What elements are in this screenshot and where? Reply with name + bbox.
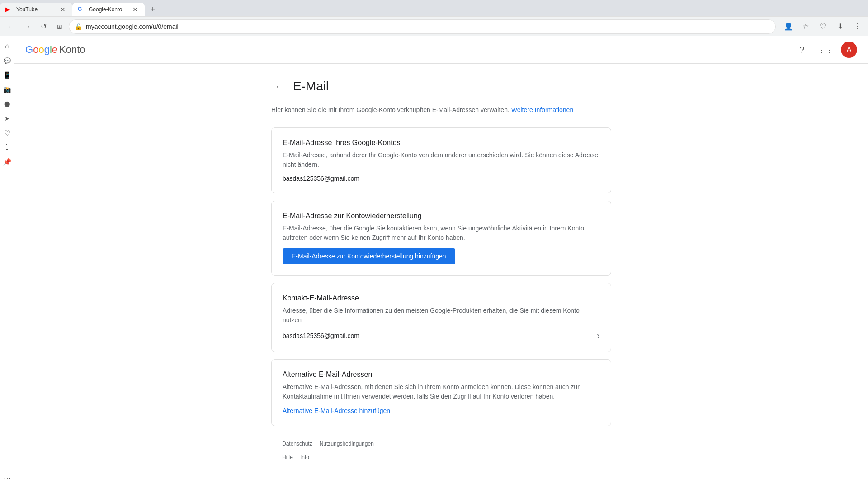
primary-email-desc: E-Mail-Adresse, anhand derer Ihr Google-…: [283, 150, 600, 169]
download-icon[interactable]: ⬇: [833, 19, 847, 34]
recovery-email-desc: E-Mail-Adresse, über die Google Sie kont…: [283, 224, 600, 243]
contact-email-desc: Adresse, über die Sie Informationen zu d…: [283, 306, 600, 325]
datenschutz-link[interactable]: Datenschutz: [282, 441, 312, 447]
page-title: E-Mail: [293, 79, 329, 94]
reload-button[interactable]: ↺: [36, 19, 51, 34]
tab-google-konto[interactable]: G Google-Konto ✕: [72, 3, 145, 16]
youtube-favicon: ▶: [5, 6, 13, 13]
footer-bottom: Hilfe Info: [271, 454, 611, 468]
tab-youtube[interactable]: ▶ YouTube ✕: [0, 3, 72, 16]
tab-google-title: Google-Konto: [89, 6, 127, 13]
primary-email-value: basdas125356@gmail.com: [283, 175, 600, 182]
more-sidebar-button[interactable]: ⋯: [1, 472, 14, 484]
whatsapp-icon[interactable]: 📱: [1, 69, 14, 81]
main-content: Google Konto ? ⋮⋮ A ← E-Mail Hier können…: [14, 36, 868, 488]
browser-menu-button[interactable]: ⋮: [850, 19, 864, 34]
primary-email-card: E-Mail-Adresse Ihres Google-Kontos E-Mai…: [271, 127, 611, 193]
google-text: Google: [25, 44, 57, 56]
info-link[interactable]: Info: [300, 454, 309, 460]
sidebar: ⌂ 💬 📱 📸 ⬤ ➤ ♡ ⏱ 📌 ⋯: [0, 36, 14, 488]
back-nav-button[interactable]: ←: [4, 19, 18, 34]
more-info-link[interactable]: Weitere Informationen: [511, 106, 573, 113]
tab-youtube-close[interactable]: ✕: [59, 5, 67, 14]
primary-email-title: E-Mail-Adresse Ihres Google-Kontos: [283, 139, 600, 147]
page-description: Hier können Sie die mit Ihrem Google-Kon…: [271, 105, 611, 115]
nutzungsbedingungen-link[interactable]: Nutzungsbedingungen: [320, 441, 374, 447]
contact-email-title: Kontakt-E-Mail-Adresse: [283, 294, 600, 302]
history-icon[interactable]: ⏱: [1, 141, 14, 154]
apps-icon[interactable]: ⋮⋮: [817, 42, 834, 58]
add-alternative-email-link[interactable]: Alternative E-Mail-Adresse hinzufügen: [283, 407, 390, 414]
alternative-email-desc: Alternative E-Mail-Adressen, mit denen S…: [283, 382, 600, 401]
contact-email-value: basdas125356@gmail.com: [283, 332, 359, 339]
tab-google-close[interactable]: ✕: [131, 5, 139, 14]
recovery-email-title: E-Mail-Adresse zur Kontowiederherstellun…: [283, 212, 600, 220]
circle-icon[interactable]: ⬤: [1, 98, 14, 110]
description-text: Hier können Sie die mit Ihrem Google-Kon…: [271, 106, 509, 113]
hilfe-link[interactable]: Hilfe: [282, 454, 293, 460]
account-circle-icon[interactable]: 👤: [781, 19, 796, 34]
alternative-email-card: Alternative E-Mail-Adressen Alternative …: [271, 359, 611, 426]
add-recovery-email-button[interactable]: E-Mail-Adresse zur Kontowiederherstellun…: [283, 248, 455, 264]
avatar[interactable]: A: [841, 42, 857, 58]
lock-icon: 🔒: [75, 23, 82, 30]
new-tab-button[interactable]: +: [146, 3, 159, 16]
address-text: myaccount.google.com/u/0/email: [86, 23, 770, 30]
footer-top: Datenschutz Nutzungsbedingungen: [271, 433, 611, 454]
address-bar[interactable]: 🔒 myaccount.google.com/u/0/email: [69, 19, 776, 34]
send-icon[interactable]: ➤: [1, 112, 14, 125]
google-favicon: G: [78, 6, 85, 13]
page-content: ← E-Mail Hier können Sie die mit Ihrem G…: [260, 64, 622, 482]
star-icon[interactable]: ☆: [798, 19, 813, 34]
forward-nav-button[interactable]: →: [20, 19, 34, 34]
home-icon[interactable]: ⌂: [1, 40, 14, 52]
instagram-icon[interactable]: 📸: [1, 83, 14, 96]
header-right: ? ⋮⋮ A: [794, 42, 857, 58]
google-header: Google Konto ? ⋮⋮ A: [14, 36, 868, 64]
favorites-icon[interactable]: ♡: [1, 127, 14, 139]
page-title-row: ← E-Mail: [271, 78, 611, 94]
contact-email-card[interactable]: Kontakt-E-Mail-Adresse Adresse, über die…: [271, 283, 611, 352]
alternative-email-title: Alternative E-Mail-Adressen: [283, 371, 600, 379]
chevron-right-icon: ›: [597, 330, 600, 341]
recovery-email-card: E-Mail-Adresse zur Kontowiederherstellun…: [271, 201, 611, 276]
help-icon[interactable]: ?: [794, 42, 810, 58]
google-logo: Google Konto: [25, 44, 85, 56]
tab-youtube-title: YouTube: [16, 6, 55, 13]
page-back-button[interactable]: ←: [271, 78, 288, 94]
extensions-button[interactable]: ⊞: [52, 19, 67, 34]
contact-email-row: basdas125356@gmail.com ›: [283, 330, 600, 341]
konto-text: Konto: [59, 44, 85, 56]
pin-icon[interactable]: 📌: [1, 155, 14, 168]
messenger-icon[interactable]: 💬: [1, 54, 14, 67]
heart-nav-icon[interactable]: ♡: [816, 19, 830, 34]
